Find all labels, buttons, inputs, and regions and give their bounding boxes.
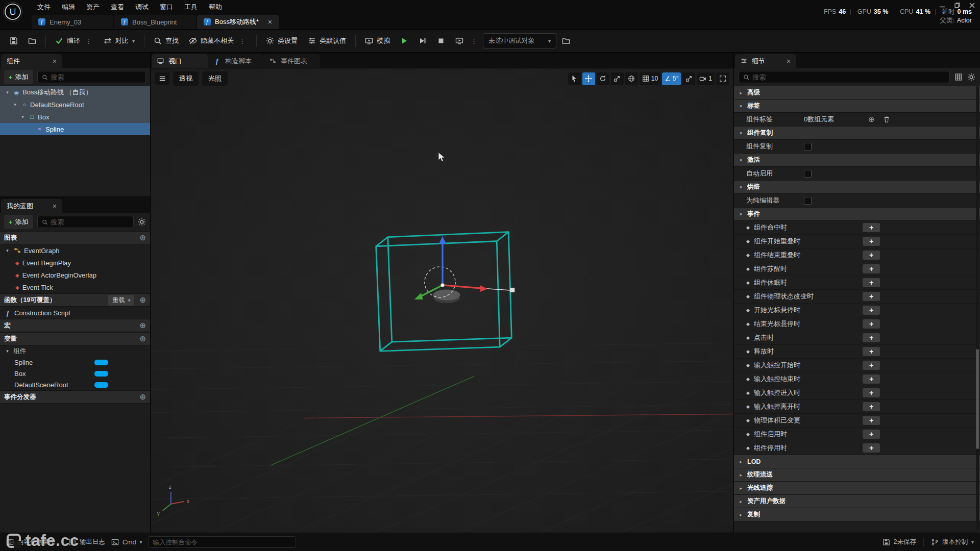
browse-asset-button[interactable]: [23, 34, 41, 48]
tab-details[interactable]: 细节 ×: [735, 54, 796, 68]
add-event-handler-button[interactable]: +: [863, 237, 880, 246]
browse-debug-object-button[interactable]: [557, 34, 575, 48]
hide-unrelated-options-icon[interactable]: ⋮: [237, 37, 247, 45]
move-tool-button[interactable]: [582, 72, 595, 85]
replicates-checkbox[interactable]: [804, 143, 812, 151]
add-event-handler-button[interactable]: +: [863, 416, 880, 425]
console-command-box[interactable]: [148, 536, 296, 548]
add-event-handler-button[interactable]: +: [863, 306, 880, 315]
event-node-item[interactable]: ◆ Event Tick: [0, 281, 150, 293]
menu-item[interactable]: 调试: [130, 0, 154, 14]
details-scrollbar-thumb[interactable]: [976, 349, 979, 449]
category-component-replication[interactable]: ▾ 组件复制: [734, 127, 980, 140]
document-tab[interactable]: Boss_Blueprint ×: [114, 15, 196, 29]
frame-skip-button[interactable]: [414, 34, 431, 48]
gizmo-center[interactable]: [440, 283, 444, 287]
auto-activate-checkbox[interactable]: [804, 170, 812, 178]
add-event-handler-button[interactable]: +: [863, 292, 880, 301]
graphs-section-header[interactable]: 图表 ⊕: [0, 231, 150, 244]
find-button[interactable]: 查找: [149, 33, 183, 48]
add-event-handler-button[interactable]: +: [863, 402, 880, 411]
scale-snap-button[interactable]: [682, 72, 695, 85]
component-tree-item[interactable]: ▾ DefaultSceneRoot: [0, 98, 150, 111]
functions-section-header[interactable]: 函数（19可覆盖） 重载▾ ⊕: [0, 293, 150, 307]
variable-type-pill[interactable]: [94, 382, 108, 388]
stop-button[interactable]: [432, 34, 450, 48]
maximize-viewport-button[interactable]: [716, 72, 729, 85]
source-control-button[interactable]: 版本控制 ▾: [931, 538, 974, 546]
details-scrollbar-track[interactable]: [976, 86, 979, 531]
play-options-icon[interactable]: ⋮: [469, 37, 479, 45]
details-category-header[interactable]: ▸ 复制: [734, 508, 980, 521]
components-search[interactable]: [37, 71, 146, 83]
menu-item[interactable]: 文件: [32, 0, 56, 14]
add-event-handler-button[interactable]: +: [863, 333, 880, 342]
minimize-icon[interactable]: [940, 3, 945, 8]
menu-item[interactable]: 资产: [81, 0, 105, 14]
event-node-item[interactable]: ◆ Event BeginPlay: [0, 257, 150, 269]
macros-section-header[interactable]: 宏 ⊕: [0, 319, 150, 332]
add-event-handler-button[interactable]: +: [863, 443, 880, 453]
class-settings-button[interactable]: 类设置: [261, 33, 302, 48]
console-command-input[interactable]: [153, 539, 291, 546]
add-array-element-icon[interactable]: ⊕: [868, 115, 875, 124]
details-view-options-icon[interactable]: [954, 73, 963, 81]
close-tab-icon[interactable]: ×: [53, 57, 57, 65]
simulate-button[interactable]: 模拟: [360, 33, 395, 48]
spline-point-sprite[interactable]: [433, 290, 460, 303]
compile-button[interactable]: 编译⋮: [51, 33, 98, 48]
add-event-handler-button[interactable]: +: [863, 361, 880, 370]
hide-unrelated-button[interactable]: 隐藏不相关⋮: [184, 33, 252, 48]
variable-item[interactable]: DefaultSceneRoot: [0, 379, 150, 390]
expand-caret-icon[interactable]: ▾: [19, 114, 26, 119]
class-defaults-button[interactable]: 类默认值: [303, 33, 351, 48]
select-tool-button[interactable]: [568, 72, 581, 85]
cmd-dropdown[interactable]: Cmd ▾: [111, 538, 142, 546]
viewport-options-button[interactable]: [155, 72, 169, 85]
launch-button[interactable]: [451, 34, 468, 48]
event-dispatchers-section-header[interactable]: 事件分发器 ⊕: [0, 390, 150, 404]
category-cooking[interactable]: ▾ 烘焙: [734, 181, 980, 194]
scale-tool-button[interactable]: [611, 72, 624, 85]
add-event-handler-button[interactable]: +: [863, 278, 880, 287]
spline-endpoint-handle[interactable]: [510, 288, 514, 292]
unsaved-assets-button[interactable]: 2未保存: [883, 538, 916, 546]
details-category-header[interactable]: ▸ 光线追踪: [734, 482, 980, 495]
details-settings-gear-icon[interactable]: [967, 73, 975, 81]
tab-components[interactable]: 组件 ×: [1, 54, 62, 68]
component-tree-item[interactable]: ▾ Box: [0, 111, 150, 123]
tab-viewport[interactable]: 视口: [152, 54, 208, 68]
event-graph-item[interactable]: ▾ EventGraph: [0, 244, 150, 257]
variable-item[interactable]: Spline: [0, 357, 150, 368]
add-event-handler-button[interactable]: +: [863, 264, 880, 273]
compile-options-icon[interactable]: ⋮: [84, 37, 93, 45]
menu-item[interactable]: 工具: [179, 0, 203, 14]
expand-caret-icon[interactable]: ▾: [12, 102, 18, 107]
trash-icon[interactable]: [883, 116, 890, 123]
category-advanced[interactable]: ▸ 高级: [734, 86, 980, 99]
variable-type-pill[interactable]: [94, 371, 108, 377]
menu-item[interactable]: 编辑: [56, 0, 81, 14]
add-event-handler-button[interactable]: +: [863, 223, 880, 232]
restore-icon[interactable]: [954, 3, 960, 8]
editor-only-checkbox[interactable]: [804, 197, 812, 205]
tab-my-blueprint[interactable]: 我的蓝图 ×: [1, 199, 62, 213]
save-button[interactable]: [5, 34, 22, 48]
perspective-button[interactable]: 透视: [173, 71, 199, 86]
rotation-snap-button[interactable]: ∠5°: [662, 72, 681, 85]
components-search-input[interactable]: [51, 73, 141, 81]
rotate-tool-button[interactable]: [597, 72, 609, 85]
add-event-handler-button[interactable]: +: [863, 374, 880, 384]
add-function-icon[interactable]: ⊕: [139, 295, 146, 305]
variables-components-category[interactable]: ▾ 组件: [0, 345, 150, 357]
unreal-engine-logo[interactable]: U: [3, 2, 23, 22]
debug-object-dropdown[interactable]: 未选中调试对象 ▾: [483, 33, 556, 48]
category-events[interactable]: ▾ 事件: [734, 208, 980, 221]
component-tree-item[interactable]: ▾ Boss移动路线 （自我）: [0, 86, 150, 98]
details-category-header[interactable]: ▸ 纹理流送: [734, 468, 980, 482]
category-tags[interactable]: ▾ 标签: [734, 99, 980, 113]
close-icon[interactable]: [969, 3, 975, 8]
expand-caret-icon[interactable]: ▾: [4, 90, 11, 95]
3d-viewport[interactable]: z x y 透视 光照: [151, 68, 733, 533]
variable-type-pill[interactable]: [94, 360, 108, 365]
